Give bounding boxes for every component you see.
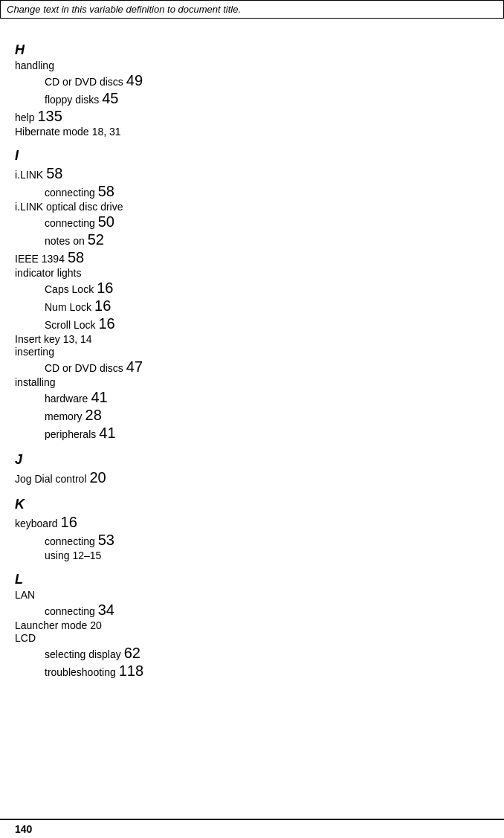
entry-label: CD or DVD discs (45, 76, 123, 88)
entry-label: peripherals (45, 428, 96, 440)
entry-page: 53 (98, 532, 114, 549)
entry-label: notes on (45, 235, 85, 247)
content: HhandlingCD or DVD discs 49floppy disks … (0, 26, 504, 725)
list-item: floppy disks 45 (15, 90, 489, 107)
entry-page: 41 (91, 389, 107, 406)
entry-label: IEEE 1394 (15, 253, 65, 265)
entry-page: 58 (68, 249, 84, 266)
entry-label: i.LINK (15, 169, 43, 181)
entry-page: 50 (98, 213, 114, 231)
entry-page: 12–15 (72, 549, 101, 561)
entry-page: 45 (102, 90, 118, 107)
entry-page: 52 (88, 231, 104, 248)
entry-label: connecting (45, 217, 95, 229)
entry-label: indicator lights (15, 267, 82, 279)
list-item: connecting 58 (15, 183, 489, 200)
entry-label: Insert key (15, 333, 60, 345)
list-item: LAN (15, 589, 489, 601)
entry-label: troubleshooting (45, 666, 116, 678)
list-item: hardware 41 (15, 389, 489, 406)
entry-page: 16 (94, 297, 111, 315)
page-container: Change text in this variable definition … (0, 0, 504, 838)
entry-page: 58 (46, 165, 62, 182)
entry-page: 16 (98, 315, 114, 332)
list-item: notes on 52 (15, 231, 489, 248)
header-note-text: Change text in this variable definition … (7, 4, 241, 15)
entry-label: Jog Dial control (15, 473, 87, 485)
list-item: inserting (15, 346, 489, 358)
entry-label: selecting display (45, 648, 121, 660)
entry-label: floppy disks (45, 94, 99, 106)
entry-page: 49 (126, 72, 143, 89)
list-item: connecting 53 (15, 532, 489, 549)
entry-page: 118 (119, 663, 143, 680)
list-item: Launcher mode 20 (15, 619, 489, 631)
entry-page: 20 (90, 469, 106, 486)
list-item: peripherals 41 (15, 425, 489, 442)
entry-label: i.LINK optical disc drive (15, 201, 123, 213)
entry-label: handling (15, 59, 54, 71)
list-item: IEEE 1394 58 (15, 249, 489, 266)
entry-label: Launcher mode (15, 619, 87, 631)
entry-label: LAN (15, 589, 35, 601)
list-item: keyboard 16 (15, 514, 489, 531)
entry-label: connecting (45, 187, 95, 199)
list-item: indicator lights (15, 267, 489, 279)
entry-page: 135 (37, 108, 62, 125)
list-item: i.LINK 58 (15, 165, 489, 182)
entry-label: Caps Lock (45, 283, 94, 295)
entry-page: 58 (98, 183, 114, 200)
page-footer: 140 (0, 819, 504, 838)
section-letter-j: J (15, 452, 489, 468)
list-item: Hibernate mode 18, 31 (15, 126, 489, 138)
list-item: Insert key 13, 14 (15, 333, 489, 345)
list-item: installing (15, 376, 489, 388)
list-item: Caps Lock 16 (15, 280, 489, 297)
list-item: selecting display 62 (15, 645, 489, 662)
page-number: 140 (15, 823, 32, 835)
list-item: Jog Dial control 20 (15, 469, 489, 486)
list-item: CD or DVD discs 47 (15, 358, 489, 376)
entry-page: 47 (126, 358, 143, 376)
list-item: using 12–15 (15, 549, 489, 561)
entry-label: connecting (45, 535, 95, 547)
entry-label: Hibernate mode (15, 126, 89, 138)
entry-page: 41 (99, 425, 115, 442)
list-item: handling (15, 59, 489, 71)
header-note: Change text in this variable definition … (0, 0, 504, 19)
entry-label: connecting (45, 605, 95, 617)
entry-label: installing (15, 376, 55, 388)
section-letter-k: K (15, 497, 489, 512)
section-letter-i: I (15, 148, 489, 164)
entry-label: CD or DVD discs (45, 362, 123, 374)
section-letter-h: H (15, 42, 489, 58)
list-item: CD or DVD discs 49 (15, 72, 489, 89)
entry-label: help (15, 112, 34, 123)
list-item: LCD (15, 632, 489, 644)
entry-page: 16 (97, 280, 113, 297)
list-item: Scroll Lock 16 (15, 315, 489, 332)
entry-label: memory (45, 410, 83, 422)
entry-label: inserting (15, 346, 54, 358)
entry-page: 16 (61, 514, 77, 531)
entry-page: 28 (85, 407, 102, 424)
entry-page: 34 (98, 602, 114, 619)
entry-label: LCD (15, 632, 36, 644)
list-item: Num Lock 16 (15, 297, 489, 315)
entry-page: 18, 31 (92, 126, 121, 138)
list-item: troubleshooting 118 (15, 663, 489, 680)
entry-label: Scroll Lock (45, 319, 95, 331)
list-item: i.LINK optical disc drive (15, 201, 489, 213)
list-item: help 135 (15, 108, 489, 125)
entry-label: keyboard (15, 518, 58, 529)
entry-label: using (45, 549, 69, 561)
entry-label: Num Lock (45, 301, 91, 313)
list-item: connecting 50 (15, 213, 489, 231)
entry-label: hardware (45, 393, 88, 405)
entry-page: 13, 14 (63, 333, 92, 345)
section-letter-l: L (15, 572, 489, 587)
entry-page: 20 (90, 619, 102, 631)
entry-page: 62 (124, 645, 140, 662)
list-item: memory 28 (15, 407, 489, 424)
list-item: connecting 34 (15, 602, 489, 619)
